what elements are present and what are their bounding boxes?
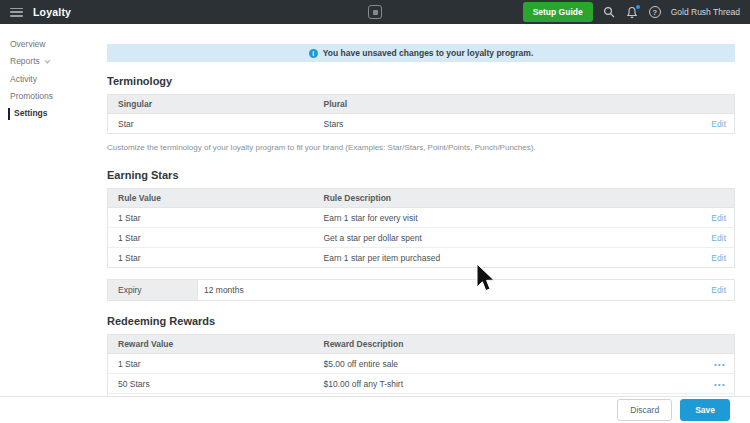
rule-description: Get a star per dollar spent bbox=[314, 228, 695, 248]
main-content: i You have unsaved changes to your loyal… bbox=[107, 24, 735, 414]
table-row: 50 Stars $10.00 off any T-shirt ••• bbox=[108, 374, 735, 394]
table-row: 1 Star $5.00 off entire sale ••• bbox=[108, 354, 735, 374]
column-header-singular: Singular bbox=[108, 95, 314, 114]
info-icon: i bbox=[309, 49, 318, 58]
expiry-label: Expiry bbox=[108, 280, 198, 300]
edit-rule-link[interactable]: Edit bbox=[711, 233, 726, 243]
reward-description: $5.00 off entire sale bbox=[314, 354, 695, 374]
table-header-row: Singular Plural bbox=[108, 95, 735, 114]
singular-value: Star bbox=[108, 114, 314, 134]
edit-rule-link[interactable]: Edit bbox=[711, 213, 726, 223]
redeeming-rewards-heading: Redeeming Rewards bbox=[107, 315, 735, 327]
sidebar-nav: Overview Reports Activity Promotions Set… bbox=[0, 24, 107, 423]
top-bar: Loyalty Setup Guide ? Gold Rush Thread bbox=[0, 0, 750, 24]
rule-description: Earn 1 star for every visit bbox=[314, 208, 695, 228]
ellipsis-menu-icon[interactable]: ••• bbox=[714, 381, 726, 388]
column-header-reward-description: Reward Description bbox=[314, 335, 695, 354]
rule-description: Earn 1 star per item purchased bbox=[314, 248, 695, 268]
table-row: Star Stars Edit bbox=[108, 114, 735, 134]
hamburger-menu-icon[interactable] bbox=[10, 8, 23, 17]
reward-value: 1 Star bbox=[108, 354, 314, 374]
banner-message: You have unsaved changes to your loyalty… bbox=[323, 48, 534, 58]
setup-guide-button[interactable]: Setup Guide bbox=[523, 2, 593, 22]
unsaved-changes-banner: i You have unsaved changes to your loyal… bbox=[107, 44, 735, 62]
ellipsis-menu-icon[interactable]: ••• bbox=[714, 361, 726, 368]
notifications-bell-icon[interactable] bbox=[626, 6, 639, 19]
edit-terminology-link[interactable]: Edit bbox=[711, 119, 726, 129]
loyalty-settings-page: Loyalty Setup Guide ? Gold Rush Thread O… bbox=[0, 0, 750, 423]
table-row: 1 Star Earn 1 star per item purchased Ed… bbox=[108, 248, 735, 268]
action-footer: Discard Save bbox=[0, 396, 750, 423]
table-header-row: Reward Value Reward Description bbox=[108, 335, 735, 354]
save-button[interactable]: Save bbox=[680, 399, 730, 421]
app-switcher-icon[interactable] bbox=[368, 5, 382, 19]
reward-description: $10.00 off any T-shirt bbox=[314, 374, 695, 394]
rule-value: 1 Star bbox=[108, 248, 314, 268]
topbar-actions: Setup Guide ? Gold Rush Thread bbox=[523, 2, 742, 22]
plural-value: Stars bbox=[314, 114, 695, 134]
rule-value: 1 Star bbox=[108, 208, 314, 228]
sidebar-item-promotions[interactable]: Promotions bbox=[0, 88, 107, 105]
expiry-value: 12 months bbox=[198, 280, 711, 300]
search-icon[interactable] bbox=[603, 6, 616, 19]
sidebar-item-overview[interactable]: Overview bbox=[0, 36, 107, 53]
earning-stars-heading: Earning Stars bbox=[107, 169, 735, 181]
table-row: 1 Star Get a star per dollar spent Edit bbox=[108, 228, 735, 248]
expiry-row: Expiry 12 months Edit bbox=[107, 279, 735, 301]
sidebar-item-activity[interactable]: Activity bbox=[0, 71, 107, 88]
merchant-name[interactable]: Gold Rush Thread bbox=[671, 7, 740, 17]
column-header-plural: Plural bbox=[314, 95, 695, 114]
edit-expiry-link[interactable]: Edit bbox=[711, 285, 726, 295]
earning-rules-table: Rule Value Rule Description 1 Star Earn … bbox=[107, 188, 735, 268]
notification-dot bbox=[636, 5, 640, 9]
terminology-table: Singular Plural Star Stars Edit bbox=[107, 94, 735, 134]
column-header-rule-description: Rule Description bbox=[314, 189, 695, 208]
chevron-down-icon bbox=[44, 58, 50, 64]
edit-rule-link[interactable]: Edit bbox=[711, 253, 726, 263]
column-header-reward-value: Reward Value bbox=[108, 335, 314, 354]
reward-value: 50 Stars bbox=[108, 374, 314, 394]
page-title: Loyalty bbox=[33, 6, 71, 18]
table-row: 1 Star Earn 1 star for every visit Edit bbox=[108, 208, 735, 228]
column-header-rule-value: Rule Value bbox=[108, 189, 314, 208]
terminology-helper-text: Customize the terminology of your loyalt… bbox=[107, 143, 735, 152]
discard-button[interactable]: Discard bbox=[617, 399, 672, 421]
terminology-heading: Terminology bbox=[107, 75, 735, 87]
help-icon[interactable]: ? bbox=[649, 6, 661, 18]
sidebar-item-reports[interactable]: Reports bbox=[0, 53, 107, 70]
sidebar-item-settings[interactable]: Settings bbox=[0, 105, 107, 122]
table-header-row: Rule Value Rule Description bbox=[108, 189, 735, 208]
rule-value: 1 Star bbox=[108, 228, 314, 248]
